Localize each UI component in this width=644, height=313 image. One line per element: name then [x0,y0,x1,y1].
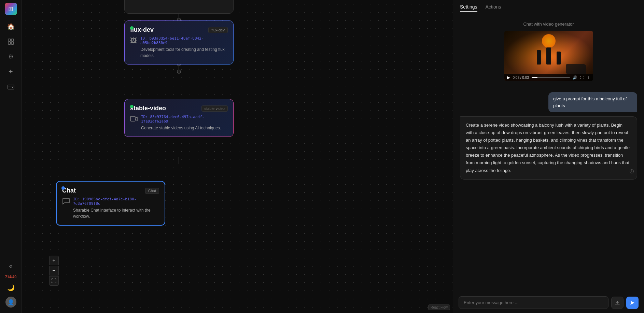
node-title-flux: flux-dev [130,26,154,33]
node-body-chat: ID: 190985bc-dfcf-4a7e-b180-7d3a76f09f8c… [62,197,159,219]
silhouette-3 [557,52,561,65]
node-id-flux: ID: b93a8d54-6e11-48af-8842-a05be2b850e9 [140,36,228,45]
svg-rect-0 [8,39,11,41]
svg-point-11 [177,70,181,73]
send-button[interactable] [626,297,639,309]
theme-toggle[interactable]: 🌙 [5,282,17,294]
sidebar-item-ai[interactable]: ✦ [5,66,17,78]
tab-actions[interactable]: Actions [486,4,501,12]
volume-button[interactable]: 🔊 [573,75,577,80]
sidebar-item-settings[interactable]: ⚙ [5,51,17,63]
node-body-stable: ID: 83c93764-dec0-497a-aadf-1fe92df62ab9… [130,115,228,131]
video-controls: ▶ 0:03 / 0:03 🔊 ⛶ ⋮ [504,74,593,81]
avatar[interactable]: 👤 [5,297,16,308]
video-icon [130,115,138,123]
video-progress-bar[interactable] [532,77,570,78]
panel-content: Chat with video generator ▶ [453,16,644,313]
sidebar-item-wallet[interactable] [5,81,17,93]
vehicle-shape [566,64,586,74]
flow-connections [22,0,453,313]
svg-rect-4 [8,85,14,89]
tab-settings[interactable]: Settings [460,4,477,12]
node-chat[interactable]: Chat Chat ID: 190985bc-dfcf-4a7e-b180-7d… [56,181,165,226]
top-node-partial [124,0,234,14]
node-badge-stable: stable-video [201,105,228,112]
sidebar-item-collapse[interactable]: « [5,260,17,272]
progress-fill [532,77,537,78]
svg-rect-3 [11,42,14,44]
canvas-area[interactable]: flux-dev flux-dev 🖼 ID: b93a8d54-6e11-48… [22,0,453,313]
message-timestamp-icon [629,168,634,176]
play-button[interactable]: ▶ [507,75,510,80]
video-player[interactable]: ▶ 0:03 / 0:03 🔊 ⛶ ⋮ [504,31,593,81]
ai-message: Create a serene video showcasing a balco… [460,116,637,180]
node-status-dot [130,26,134,30]
node-desc-stable: Generate stable videos using AI techniqu… [141,125,228,131]
svg-rect-2 [8,42,11,44]
node-header-chat: Chat Chat [62,187,159,194]
node-badge-flux: flux-dev [208,27,228,33]
node-status-dot-chat [61,186,65,190]
panel-tabs: Settings Actions [453,0,644,16]
chat-input-area [453,292,644,313]
time-display: 0:03 / 0:03 [513,76,529,80]
node-badge-chat: Chat [145,188,159,194]
sidebar: ⊞ 🏠 ⚙ ✦ « 714/40 🌙 👤 [0,0,22,313]
video-section: Chat with video generator ▶ [453,16,644,87]
zoom-in-button[interactable]: + [49,256,59,265]
chat-section-title: Chat with video generator [523,22,574,27]
sidebar-item-components[interactable] [5,35,17,48]
app-logo[interactable]: ⊞ [5,3,17,15]
svg-rect-16 [130,116,135,121]
chat-messages: give a prompt for this a balcony full of… [453,87,644,292]
silhouette-2 [546,47,551,65]
zoom-out-button[interactable]: − [49,266,59,275]
silhouette-1 [537,50,541,65]
token-count: 714/40 [5,275,17,279]
node-status-dot [130,105,134,108]
zoom-controls: + − [49,256,59,286]
node-header: flux-dev flux-dev [130,26,228,33]
chat-bubble-icon [62,198,70,206]
node-flux-dev[interactable]: flux-dev flux-dev 🖼 ID: b93a8d54-6e11-48… [124,20,234,65]
node-id-chat: ID: 190985bc-dfcf-4a7e-b180-7d3a76f09f8c [73,197,159,206]
svg-rect-1 [11,39,14,41]
node-desc-chat: Sharable Chat interface to interact with… [73,207,159,219]
image-icon: 🖼 [130,37,137,45]
node-stable-video[interactable]: stable-video stable-video ID: 83c93764-d… [124,99,234,137]
more-options-button[interactable]: ⋮ [587,75,590,80]
upload-button[interactable] [611,297,624,309]
user-message: give a prompt for this a balcony full of… [548,92,637,112]
react-flow-badge: React Flow [428,304,450,310]
silhouettes [537,47,561,65]
node-id-stable: ID: 83c93764-dec0-497a-aadf-1fe92df62ab9 [141,115,228,124]
sidebar-bottom: 714/40 🌙 👤 [5,275,17,310]
sun-glow [542,34,556,48]
node-header: stable-video stable-video [130,105,228,112]
node-desc-flux: Development tools for creating and testi… [140,46,228,59]
node-title-stable: stable-video [130,105,166,112]
svg-rect-5 [12,87,13,88]
fullscreen-button[interactable]: ⛶ [580,75,584,80]
sidebar-item-home[interactable]: 🏠 [5,20,17,33]
zoom-fit-button[interactable] [49,276,59,286]
node-body-flux: 🖼 ID: b93a8d54-6e11-48af-8842-a05be2b850… [130,36,228,59]
chat-input[interactable] [459,296,608,309]
right-panel: Settings Actions Chat with video generat… [453,0,644,313]
